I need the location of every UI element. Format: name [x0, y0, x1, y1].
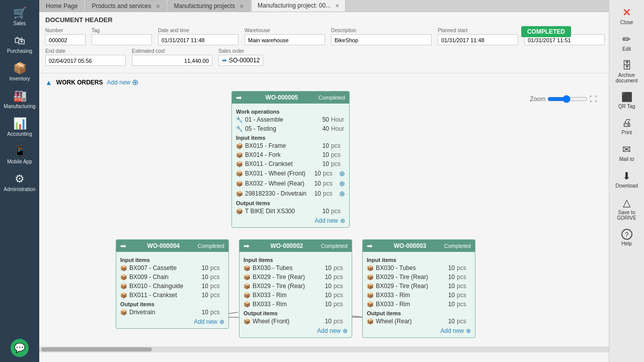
list-item: 📦 298182330 - Drivetrain 10 pcs ⊕: [236, 189, 345, 198]
box-icon: 📦: [367, 301, 374, 308]
sidebar-item-inventory[interactable]: 📦 Inventory: [0, 58, 39, 85]
print-button[interactable]: 🖨 Print: [609, 113, 644, 139]
purchasing-icon: 🛍: [14, 34, 25, 47]
estimated-cost-value[interactable]: 11,440.00: [132, 55, 212, 66]
accounting-icon: 📊: [13, 117, 27, 130]
scrollbar-thumb[interactable]: [41, 347, 152, 351]
wo2-output-label: Output items: [244, 310, 348, 316]
add-item-button[interactable]: ⊕: [339, 169, 345, 177]
wo5-id: WO-000005: [266, 94, 298, 101]
sidebar-item-admin[interactable]: ⚙ Administration: [0, 168, 39, 196]
wo3-nav-icon[interactable]: ➡: [367, 242, 373, 250]
warehouse-value[interactable]: Main warehouse: [245, 34, 325, 45]
wo4-nav-icon[interactable]: ➡: [120, 242, 126, 250]
archive-button[interactable]: 🗄 Archive document: [609, 56, 644, 87]
end-date-value[interactable]: 02/04/2017 05:56: [45, 55, 126, 66]
wo5-status: Completed: [318, 95, 345, 101]
save-gdrive-button[interactable]: △ Save to GDRIVE: [609, 193, 644, 225]
zoom-slider[interactable]: [547, 95, 588, 103]
add-item-button[interactable]: ⊕: [339, 179, 345, 188]
box-icon: 📦: [236, 143, 243, 149]
tab-products[interactable]: Products and services ✕: [85, 0, 166, 12]
list-item: 📦 BX033 - Rim 10 pcs: [244, 291, 348, 299]
sidebar-item-manufacturing[interactable]: 🏭 Manufacturing: [0, 85, 39, 113]
wo4-header: ➡ WO-000004 Completed: [116, 240, 228, 252]
tab-mfg-projects[interactable]: Manufacturing projects ✕: [168, 0, 250, 12]
list-item: 📦 BX029 - Tire (Rear) 10 pcs: [244, 282, 348, 290]
sales-order-value[interactable]: ➡ SO-000012: [218, 55, 263, 66]
wo5-input-label: Input items: [236, 135, 345, 141]
mobile-icon: 📱: [13, 145, 27, 158]
add-circle-icon: ⊕: [132, 77, 138, 87]
tab-close-mfg-projects[interactable]: ✕: [239, 4, 244, 9]
download-button[interactable]: ⬇ Download: [609, 166, 644, 193]
wo3-output-label: Output items: [367, 310, 471, 316]
wo-card-5: ➡ WO-000005 Completed Work operations 🔧 …: [231, 91, 350, 228]
description-value[interactable]: BikeShop: [331, 34, 432, 45]
list-item: 📦 BX031 - Wheel (Front) 10 pcs ⊕: [236, 169, 345, 178]
date-value[interactable]: 01/31/2017 11:48: [158, 34, 238, 45]
wo3-add-new[interactable]: Add new ⊕: [367, 327, 471, 334]
wo-toggle-icon[interactable]: ▲: [45, 78, 52, 86]
field-description: Description BikeShop: [331, 28, 432, 45]
wo5-header: ➡ WO-000005 Completed: [232, 92, 349, 104]
box-icon: 📦: [367, 292, 374, 299]
help-button[interactable]: ? Help: [609, 225, 644, 250]
help-label: Help: [621, 241, 632, 246]
sidebar-item-sales[interactable]: 🛒 Sales: [0, 3, 39, 30]
list-item: 📦 BX009 - Chain 10 pcs: [120, 273, 224, 281]
edit-icon: ✏: [622, 33, 631, 45]
fields-row-2: End date 02/04/2017 05:56 Estimated cost…: [45, 48, 603, 66]
tab-home-page[interactable]: Home Page: [39, 0, 84, 12]
mail-to-button[interactable]: ✉ Mail to: [609, 139, 644, 166]
sidebar-item-purchasing[interactable]: 🛍 Purchasing: [0, 30, 39, 58]
edit-button[interactable]: ✏ Edit: [609, 29, 644, 56]
box-icon: 📦: [244, 283, 251, 290]
wo2-nav-icon[interactable]: ➡: [244, 242, 250, 250]
wo2-input-label: Input items: [244, 257, 348, 263]
wo2-add-new[interactable]: Add new ⊕: [244, 327, 348, 334]
tab-close-products[interactable]: ✕: [156, 4, 160, 9]
add-new-wo-button[interactable]: Add new ⊕: [107, 77, 139, 87]
planned-start-value[interactable]: 01/31/2017 11:48: [438, 34, 518, 45]
sidebar-label-inventory: Inventory: [9, 76, 30, 81]
field-estimated-cost: Estimated cost 11,440.00: [132, 48, 212, 66]
box-icon: 📦: [244, 301, 251, 308]
wo3-body: Input items 📦 BX030 - Tubes 10 pcs 📦 BX0…: [363, 252, 475, 337]
wo4-input-label: Input items: [120, 257, 224, 263]
wo5-add-new[interactable]: Add new ⊕: [236, 217, 345, 224]
wo3-header: ➡ WO-000003 Completed: [363, 240, 475, 252]
description-label: Description: [331, 28, 432, 33]
horizontal-scrollbar[interactable]: [39, 346, 609, 352]
qr-tag-button[interactable]: ⬛ QR Tag: [609, 87, 644, 113]
field-date: Date and time 01/31/2017 11:48: [158, 28, 238, 45]
wo-card-4: ➡ WO-000004 Completed Input items 📦 BX00…: [116, 239, 229, 329]
box-icon: 📦: [236, 180, 243, 187]
zoom-expand-icon[interactable]: ⛶: [590, 95, 597, 103]
close-button[interactable]: ✕ Close: [609, 3, 644, 29]
number-value[interactable]: 000002: [45, 34, 86, 45]
sidebar-item-mobile[interactable]: 📱 Mobile App: [0, 141, 39, 168]
tab-close-mfg-project-detail[interactable]: ✕: [335, 3, 339, 9]
sidebar-item-accounting[interactable]: 📊 Accounting: [0, 113, 39, 141]
box-icon: 📦: [236, 191, 243, 197]
tag-value[interactable]: [92, 34, 152, 45]
chat-button[interactable]: 💬: [11, 339, 29, 357]
add-item-button[interactable]: ⊕: [339, 190, 345, 198]
list-item: 📦 BX033 - Rim 10 pcs: [367, 291, 471, 299]
wo4-add-new[interactable]: Add new ⊕: [120, 318, 224, 325]
work-orders-section: ▲ WORK ORDERS Add new ⊕ Zoom ⛶: [39, 73, 609, 346]
wo5-nav-icon[interactable]: ➡: [236, 94, 242, 102]
wo2-status: Completed: [321, 243, 348, 249]
field-warehouse: Warehouse Main warehouse: [245, 28, 325, 45]
tab-mfg-project-detail[interactable]: Manufacturing project: 00... ✕: [251, 0, 346, 12]
doc-header-title: DOCUMENT HEADER: [45, 16, 603, 24]
field-sales-order: Sales order ➡ SO-000012: [218, 48, 263, 66]
sidebar-label-purchasing: Purchasing: [7, 48, 32, 54]
qr-label: QR Tag: [618, 104, 635, 109]
download-icon: ⬇: [622, 170, 631, 182]
date-label: Date and time: [158, 28, 238, 33]
list-item: 📦 BX030 - Tubes 10 pcs: [244, 264, 348, 272]
box-icon: 📦: [236, 161, 243, 167]
graph-area: Zoom ⛶ ➡: [45, 91, 603, 342]
